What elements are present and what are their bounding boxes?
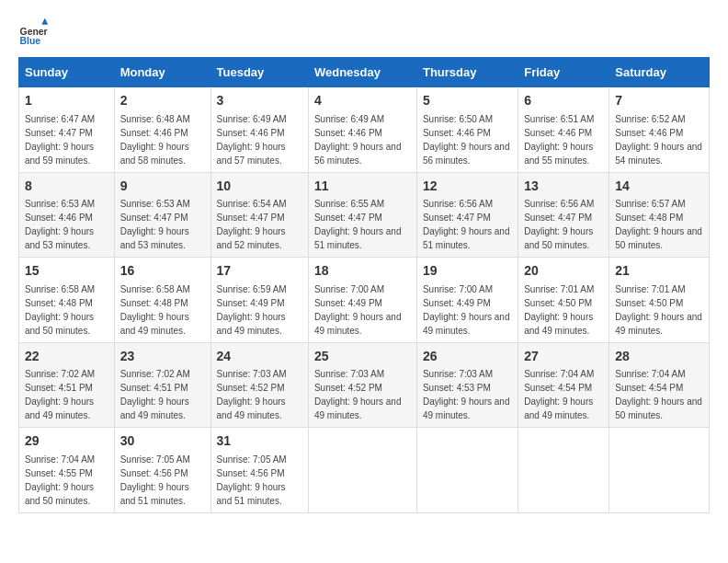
day-info: Sunrise: 6:49 AMSunset: 4:46 PMDaylight:…	[314, 114, 402, 166]
day-number: 11	[314, 178, 411, 196]
day-info: Sunrise: 6:53 AMSunset: 4:47 PMDaylight:…	[120, 199, 190, 250]
day-info: Sunrise: 6:54 AMSunset: 4:47 PMDaylight:…	[217, 199, 287, 250]
calendar-cell: 11Sunrise: 6:55 AMSunset: 4:47 PMDayligh…	[308, 172, 416, 258]
calendar-week-row: 22Sunrise: 7:02 AMSunset: 4:51 PMDayligh…	[19, 342, 710, 428]
svg-text:Blue: Blue	[20, 36, 41, 46]
calendar-cell: 27Sunrise: 7:04 AMSunset: 4:54 PMDayligh…	[518, 342, 609, 428]
day-number: 17	[217, 262, 302, 281]
day-number: 16	[120, 262, 205, 281]
calendar-cell	[518, 428, 609, 513]
calendar-cell: 31Sunrise: 7:05 AMSunset: 4:56 PMDayligh…	[210, 428, 308, 513]
day-number: 8	[25, 178, 108, 196]
calendar-week-row: 15Sunrise: 6:58 AMSunset: 4:48 PMDayligh…	[19, 258, 710, 343]
calendar-week-row: 1Sunrise: 6:47 AMSunset: 4:47 PMDaylight…	[19, 87, 710, 173]
day-number: 12	[423, 178, 512, 196]
calendar-cell: 4Sunrise: 6:49 AMSunset: 4:46 PMDaylight…	[308, 87, 416, 173]
day-number: 19	[423, 262, 512, 281]
day-number: 20	[524, 262, 603, 281]
day-number: 21	[615, 262, 703, 281]
calendar-cell: 26Sunrise: 7:03 AMSunset: 4:53 PMDayligh…	[416, 342, 518, 428]
day-info: Sunrise: 6:57 AMSunset: 4:48 PMDaylight:…	[615, 199, 702, 250]
day-info: Sunrise: 7:01 AMSunset: 4:50 PMDaylight:…	[615, 284, 702, 336]
weekday-header-saturday: Saturday	[609, 58, 710, 87]
day-info: Sunrise: 7:04 AMSunset: 4:54 PMDaylight:…	[615, 369, 702, 420]
day-info: Sunrise: 6:52 AMSunset: 4:46 PMDaylight:…	[615, 114, 702, 166]
day-info: Sunrise: 6:56 AMSunset: 4:47 PMDaylight:…	[524, 199, 594, 250]
calendar-cell: 6Sunrise: 6:51 AMSunset: 4:46 PMDaylight…	[518, 87, 609, 173]
calendar-cell: 30Sunrise: 7:05 AMSunset: 4:56 PMDayligh…	[114, 428, 210, 513]
calendar-cell: 21Sunrise: 7:01 AMSunset: 4:50 PMDayligh…	[609, 258, 710, 343]
calendar-cell: 29Sunrise: 7:04 AMSunset: 4:55 PMDayligh…	[19, 428, 115, 513]
weekday-header-tuesday: Tuesday	[210, 58, 308, 87]
day-number: 28	[615, 348, 703, 366]
calendar-cell	[609, 428, 710, 513]
day-info: Sunrise: 6:56 AMSunset: 4:47 PMDaylight:…	[423, 199, 510, 250]
svg-text:General: General	[20, 27, 48, 37]
day-number: 6	[524, 92, 603, 110]
day-info: Sunrise: 7:02 AMSunset: 4:51 PMDaylight:…	[120, 369, 190, 420]
day-number: 5	[423, 92, 512, 110]
day-number: 22	[25, 348, 108, 366]
day-info: Sunrise: 7:04 AMSunset: 4:55 PMDaylight:…	[25, 454, 95, 506]
calendar-cell: 7Sunrise: 6:52 AMSunset: 4:46 PMDaylight…	[609, 87, 710, 173]
day-info: Sunrise: 7:03 AMSunset: 4:52 PMDaylight:…	[217, 369, 287, 420]
calendar-cell: 16Sunrise: 6:58 AMSunset: 4:48 PMDayligh…	[114, 258, 210, 343]
day-info: Sunrise: 6:51 AMSunset: 4:46 PMDaylight:…	[524, 114, 594, 166]
calendar-cell: 13Sunrise: 6:56 AMSunset: 4:47 PMDayligh…	[518, 172, 609, 258]
day-info: Sunrise: 6:53 AMSunset: 4:46 PMDaylight:…	[25, 199, 95, 250]
day-info: Sunrise: 7:03 AMSunset: 4:53 PMDaylight:…	[423, 369, 510, 420]
weekday-header-friday: Friday	[518, 58, 609, 87]
calendar-cell: 8Sunrise: 6:53 AMSunset: 4:46 PMDaylight…	[19, 172, 115, 258]
day-number: 9	[120, 178, 205, 196]
day-number: 15	[25, 262, 108, 281]
day-info: Sunrise: 6:47 AMSunset: 4:47 PMDaylight:…	[25, 114, 95, 166]
day-number: 3	[217, 92, 302, 110]
weekday-header-monday: Monday	[114, 58, 210, 87]
day-number: 10	[217, 178, 302, 196]
day-info: Sunrise: 6:48 AMSunset: 4:46 PMDaylight:…	[120, 114, 190, 166]
weekday-header-row: SundayMondayTuesdayWednesdayThursdayFrid…	[19, 58, 710, 87]
calendar-cell	[308, 428, 416, 513]
day-number: 27	[524, 348, 603, 366]
day-number: 25	[314, 348, 411, 366]
day-number: 31	[217, 432, 302, 451]
day-info: Sunrise: 7:03 AMSunset: 4:52 PMDaylight:…	[314, 369, 402, 420]
day-number: 2	[120, 92, 205, 110]
calendar-cell: 17Sunrise: 6:59 AMSunset: 4:49 PMDayligh…	[210, 258, 308, 343]
calendar-week-row: 29Sunrise: 7:04 AMSunset: 4:55 PMDayligh…	[19, 428, 710, 513]
calendar-week-row: 8Sunrise: 6:53 AMSunset: 4:46 PMDaylight…	[19, 172, 710, 258]
day-info: Sunrise: 7:01 AMSunset: 4:50 PMDaylight:…	[524, 284, 594, 336]
calendar-cell: 10Sunrise: 6:54 AMSunset: 4:47 PMDayligh…	[210, 172, 308, 258]
day-info: Sunrise: 7:05 AMSunset: 4:56 PMDaylight:…	[120, 454, 190, 506]
day-number: 24	[217, 348, 302, 366]
calendar-cell: 25Sunrise: 7:03 AMSunset: 4:52 PMDayligh…	[308, 342, 416, 428]
calendar-table: SundayMondayTuesdayWednesdayThursdayFrid…	[18, 57, 710, 513]
calendar-cell: 18Sunrise: 7:00 AMSunset: 4:49 PMDayligh…	[308, 258, 416, 343]
day-info: Sunrise: 7:00 AMSunset: 4:49 PMDaylight:…	[423, 284, 510, 336]
weekday-header-thursday: Thursday	[416, 58, 518, 87]
svg-marker-3	[42, 18, 48, 24]
day-info: Sunrise: 7:05 AMSunset: 4:56 PMDaylight:…	[217, 454, 287, 506]
calendar-cell: 15Sunrise: 6:58 AMSunset: 4:48 PMDayligh…	[19, 258, 115, 343]
day-number: 23	[120, 348, 205, 366]
calendar-cell: 20Sunrise: 7:01 AMSunset: 4:50 PMDayligh…	[518, 258, 609, 343]
calendar-cell	[416, 428, 518, 513]
calendar-cell: 23Sunrise: 7:02 AMSunset: 4:51 PMDayligh…	[114, 342, 210, 428]
day-info: Sunrise: 6:55 AMSunset: 4:47 PMDaylight:…	[314, 199, 402, 250]
day-info: Sunrise: 6:58 AMSunset: 4:48 PMDaylight:…	[25, 284, 95, 336]
calendar-cell: 24Sunrise: 7:03 AMSunset: 4:52 PMDayligh…	[210, 342, 308, 428]
calendar-cell: 5Sunrise: 6:50 AMSunset: 4:46 PMDaylight…	[416, 87, 518, 173]
day-number: 13	[524, 178, 603, 196]
day-info: Sunrise: 7:02 AMSunset: 4:51 PMDaylight:…	[25, 369, 95, 420]
day-number: 30	[120, 432, 205, 451]
day-info: Sunrise: 6:50 AMSunset: 4:46 PMDaylight:…	[423, 114, 510, 166]
weekday-header-sunday: Sunday	[19, 58, 115, 87]
calendar-cell: 9Sunrise: 6:53 AMSunset: 4:47 PMDaylight…	[114, 172, 210, 258]
calendar-cell: 19Sunrise: 7:00 AMSunset: 4:49 PMDayligh…	[416, 258, 518, 343]
page-header: General Blue	[18, 18, 710, 48]
logo-icon: General Blue	[18, 18, 48, 48]
day-info: Sunrise: 6:58 AMSunset: 4:48 PMDaylight:…	[120, 284, 190, 336]
calendar-cell: 28Sunrise: 7:04 AMSunset: 4:54 PMDayligh…	[609, 342, 710, 428]
day-number: 26	[423, 348, 512, 366]
calendar-cell: 22Sunrise: 7:02 AMSunset: 4:51 PMDayligh…	[19, 342, 115, 428]
